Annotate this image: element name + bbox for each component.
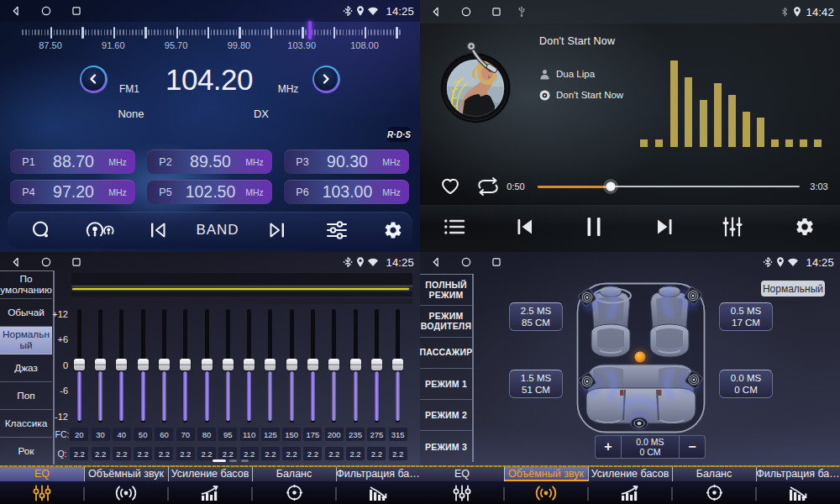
preset-button-p5[interactable]: P5102.50MHz [147,180,272,204]
tab-3[interactable]: Баланс [252,467,336,481]
tune-up-button[interactable] [312,66,340,93]
list-item-4[interactable]: Поп [0,382,52,410]
delay-front-right-button[interactable]: 0.5 MS 17 CM [719,302,773,331]
chevron-left-icon [87,73,99,85]
delay-decrease-button[interactable]: − [680,436,705,458]
tab-0[interactable]: EQ [420,467,504,481]
tune-down-button[interactable] [80,66,108,93]
tab-icon-1[interactable] [84,481,168,504]
ruler-tick [280,29,281,36]
list-item-0[interactable]: ПОЛНЫЙРЕЖИМ [420,275,472,306]
tune-settings-button[interactable] [325,220,349,240]
preset-button-p1[interactable]: P188.70MHz [10,150,135,174]
list-item-5[interactable]: РЕЖИМ 3 [420,432,472,463]
delay-rear-right-button[interactable]: 0.0 MS 0 CM [719,370,773,398]
seek-down-button[interactable] [148,220,168,240]
progress-knob[interactable] [606,182,616,192]
list-item-1[interactable]: Обычай [0,299,52,327]
nav-recents-button[interactable] [71,256,82,268]
playlist-button[interactable] [444,218,465,236]
tab-icon-2[interactable] [168,481,252,504]
eq-slider-knob[interactable] [95,359,106,370]
nav-back-button[interactable] [10,256,22,268]
listener-position-dot[interactable] [635,352,646,363]
tab-icon-3[interactable] [252,481,336,504]
tab-icon-0[interactable] [0,481,84,504]
tab-4[interactable]: Фильтрация ба… [756,467,840,481]
eq-slider-knob[interactable] [392,359,403,370]
next-icon [654,217,675,237]
tab-2[interactable]: Усиление басов [168,467,252,481]
list-item-3[interactable]: Джаз [0,354,52,382]
radio-settings-button[interactable] [383,220,403,240]
q-value: 2.2 [282,447,301,460]
favorite-button[interactable] [441,178,460,196]
scan-search-button[interactable] [30,219,52,241]
list-item-0[interactable]: Поумолчанию [0,271,52,299]
nav-recents-button[interactable] [491,256,502,268]
delay-front-left-button[interactable]: 2.5 MS 85 CM [509,302,563,331]
nav-back-button[interactable] [430,256,442,268]
eq-slider-knob[interactable] [116,359,127,370]
tab-icon-1[interactable] [504,481,588,504]
eq-list-scrollbar[interactable] [53,270,55,465]
eq-slider-knob[interactable] [180,359,191,370]
broadcast-button[interactable] [85,220,115,240]
eq-slider-knob[interactable] [138,359,149,370]
eq-slider-knob[interactable] [328,359,339,370]
eq-slider-knob[interactable] [350,359,361,370]
list-item-6[interactable]: Рок [0,438,52,465]
surround-preset-button[interactable]: Нормальный [761,281,825,297]
eq-slider-knob[interactable] [202,359,213,370]
eq-slider-knob[interactable] [307,359,318,370]
preset-button-p3[interactable]: P390.30MHz [284,150,409,174]
previous-track-button[interactable] [515,217,535,237]
tab-4[interactable]: Фильтрация ба… [336,467,420,481]
list-item-2[interactable]: Нормальный [0,327,52,354]
nav-home-button[interactable] [40,256,52,268]
pause-button[interactable] [584,216,604,238]
frequency-ruler[interactable]: 87.5091.6095.7099.80103.90108.00 [0,0,420,54]
eq-slider-knob[interactable] [223,359,234,370]
tab-icon-3[interactable] [672,481,756,504]
next-track-button[interactable] [654,217,675,237]
eq-slider-level [141,371,145,421]
tab-2[interactable]: Усиление басов [588,467,672,481]
seek-up-button[interactable] [267,220,287,240]
tab-icon-0[interactable] [420,481,504,504]
delay-cm: 0 CM [734,384,757,396]
preset-button-p4[interactable]: P497.20MHz [10,180,135,204]
ruler-tick [213,29,215,36]
nav-home-button[interactable] [460,256,472,268]
list-item-5[interactable]: Классика [0,410,52,438]
ruler-tick [292,29,294,36]
delay-increase-button[interactable]: + [596,436,621,458]
eq-slider-knob[interactable] [244,359,255,370]
tab-1[interactable]: Объёмный звук [504,467,588,481]
delay-rear-left-button[interactable]: 1.5 MS 51 CM [509,370,563,398]
surround-status-bar: 14:25 [420,252,840,272]
band-button[interactable]: BAND [196,222,239,239]
tab-icon-4[interactable] [336,481,420,504]
tab-0[interactable]: EQ [0,467,84,481]
eq-slider-knob[interactable] [74,359,85,370]
list-item-1[interactable]: РЕЖИМВОДИТЕЛЯ [420,306,472,337]
repeat-button[interactable] [476,177,501,197]
eq-slider-knob[interactable] [286,359,297,370]
eq-slider-knob[interactable] [265,359,276,370]
eq-slider-knob[interactable] [159,359,170,370]
tab-icon-2[interactable] [588,481,672,504]
tab-3[interactable]: Баланс [672,467,756,481]
list-item-2[interactable]: ПАССАЖИР [420,338,472,369]
equalizer-button[interactable] [721,216,744,238]
eq-slider-knob[interactable] [371,359,382,370]
preset-button-p6[interactable]: P6103.00MHz [284,180,409,204]
preset-frequency: 102.50 [184,182,237,202]
preset-button-p2[interactable]: P289.50MHz [147,150,272,174]
player-settings-button[interactable] [795,217,816,238]
tab-1[interactable]: Объёмный звук [84,467,168,481]
tab-icon-4[interactable] [756,481,840,504]
list-item-3[interactable]: РЕЖИМ 1 [420,369,472,400]
mode-list-scrollbar[interactable] [472,274,474,462]
list-item-4[interactable]: РЕЖИМ 2 [420,400,472,431]
